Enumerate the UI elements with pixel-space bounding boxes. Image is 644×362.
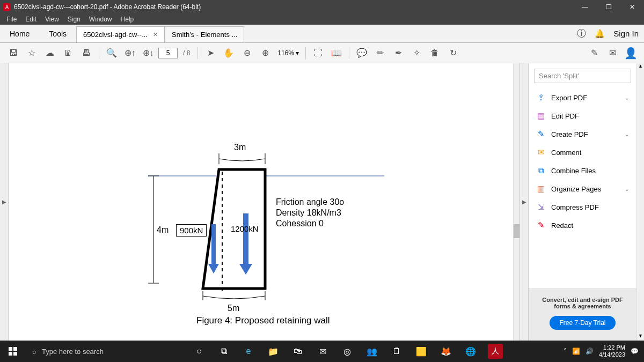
sign-icon[interactable]: ✒ <box>390 45 406 61</box>
menu-edit[interactable]: Edit <box>21 16 41 23</box>
read-mode-icon[interactable]: 📖 <box>328 45 345 61</box>
taskview-icon[interactable]: ⧉ <box>211 341 236 362</box>
tab-document-2-label: Smith's - Elements ... <box>172 31 237 39</box>
tool-comment[interactable]: ✉Comment <box>529 143 636 161</box>
tab-document-1[interactable]: 6502civsl-agd-cw--... ✕ <box>76 26 165 42</box>
files-icon[interactable]: 🗎 <box>60 45 76 61</box>
menu-view[interactable]: View <box>41 16 63 23</box>
cloud-up-icon[interactable]: ☁ <box>42 45 58 61</box>
notepadpp-icon[interactable]: 🗒 <box>384 341 409 362</box>
zoom-out-icon[interactable]: ⊖ <box>239 45 255 61</box>
right-panel-collapse[interactable]: ▶ <box>519 63 528 341</box>
prop-cohesion: Cohession 0 <box>276 219 324 228</box>
edge-icon[interactable]: e <box>236 341 261 362</box>
tool-organize-pages[interactable]: ▥Organize Pages⌄ <box>529 180 636 198</box>
print-icon[interactable]: 🖶 <box>78 45 94 61</box>
tool-label: Organize Pages <box>551 185 601 193</box>
tray-chevron-icon[interactable]: ˄ <box>564 348 567 355</box>
fit-width-icon[interactable]: ⛶ <box>310 45 326 61</box>
search-icon[interactable]: 🔍 <box>104 45 120 61</box>
tab-document-1-label: 6502civsl-agd-cw--... <box>83 31 148 39</box>
stamp-icon[interactable]: ✧ <box>408 45 425 61</box>
page-number-input[interactable] <box>158 48 178 58</box>
delete-icon[interactable]: 🗑 <box>427 45 443 61</box>
signature-icon[interactable]: ✎ <box>586 45 602 61</box>
tool-label: Redact <box>551 221 573 230</box>
taskbar-search[interactable]: ⌕ Type here to search <box>26 348 187 356</box>
chevron-down-icon: ⌄ <box>625 186 629 192</box>
tool-compress-pdf[interactable]: ⇲Compress PDF <box>529 198 636 216</box>
clock[interactable]: 1:22 PM 4/14/2023 <box>599 344 625 358</box>
page-up-icon[interactable]: ⊕↑ <box>122 45 138 61</box>
tool-icon: ▥ <box>536 184 546 194</box>
tool-label: Compress PDF <box>551 203 599 211</box>
obs-icon[interactable]: ◎ <box>335 341 360 362</box>
page-down-icon[interactable]: ⊕↓ <box>140 45 156 61</box>
zoom-in-icon[interactable]: ⊕ <box>257 45 273 61</box>
mail-icon[interactable]: ✉ <box>604 45 620 61</box>
tool-icon: ⧉ <box>536 166 546 175</box>
rotate-icon[interactable]: ↻ <box>445 45 461 61</box>
acrobat-icon: A <box>3 3 11 11</box>
firefox-icon[interactable]: 🦊 <box>434 341 458 362</box>
comment-icon[interactable]: 💬 <box>354 45 370 61</box>
wifi-icon[interactable]: 📶 <box>572 348 580 355</box>
maximize-button[interactable]: ❐ <box>597 0 620 14</box>
tool-icon: ⇪ <box>536 93 546 102</box>
svg-rect-16 <box>9 352 12 356</box>
dim-top: 3m <box>234 143 246 152</box>
mail-app-icon[interactable]: ✉ <box>310 341 335 362</box>
system-tray[interactable]: ˄ 📶 🔊 1:22 PM 4/14/2023 💬 <box>558 344 644 358</box>
close-button[interactable]: ✕ <box>620 0 644 14</box>
tab-close-icon[interactable]: ✕ <box>153 31 158 38</box>
prop-friction: Friction angle 30o <box>276 197 344 207</box>
tool-edit-pdf[interactable]: ▤Edit PDF <box>529 107 636 125</box>
share-icon[interactable]: 👤 <box>623 45 639 61</box>
volume-icon[interactable]: 🔊 <box>586 348 594 355</box>
tools-search-input[interactable]: Search 'Split' <box>534 69 631 83</box>
store-icon[interactable]: 🛍 <box>286 341 310 362</box>
cortana-icon[interactable]: ○ <box>187 341 211 362</box>
zoom-level[interactable]: 116% ▾ <box>277 49 299 57</box>
start-button[interactable] <box>0 347 26 356</box>
tool-icon: ✎ <box>536 220 546 230</box>
dim-left: 4m <box>157 225 169 235</box>
highlight-icon[interactable]: ✏ <box>372 45 388 61</box>
chrome-icon[interactable]: 🌐 <box>458 341 483 362</box>
right-panel-scrollbar[interactable]: ▲ ▼ <box>636 63 644 341</box>
tab-document-2[interactable]: Smith's - Elements ... <box>165 26 244 42</box>
pdf-scrollbar[interactable] <box>513 63 519 341</box>
svg-rect-14 <box>9 347 12 351</box>
menu-window[interactable]: Window <box>85 16 116 23</box>
star-icon[interactable]: ☆ <box>24 45 40 61</box>
toolbar: 🖫 ☆ ☁ 🗎 🖶 🔍 ⊕↑ ⊕↓ / 8 ➤ ✋ ⊖ ⊕ 116% ▾ ⛶ 📖… <box>0 43 644 63</box>
acrobat-task-icon[interactable]: 人 <box>488 344 503 359</box>
notifications-icon[interactable]: 💬 <box>631 348 639 355</box>
help-icon[interactable]: ⓘ <box>577 27 586 40</box>
pdf-viewport[interactable]: 3m 4m 900kN 1200kN Friction angle 30o De… <box>9 63 519 341</box>
hand-icon[interactable]: ✋ <box>221 45 237 61</box>
tool-export-pdf[interactable]: ⇪Export PDF⌄ <box>529 88 636 107</box>
app-icon[interactable]: 🟨 <box>409 341 434 362</box>
tool-icon: ✉ <box>536 147 546 157</box>
save-icon[interactable]: 🖫 <box>5 45 21 61</box>
free-trial-button[interactable]: Free 7-Day Trial <box>550 316 615 330</box>
titlebar: A 6502civsl-agd-cw---cohort-20.pdf - Ado… <box>0 0 644 14</box>
pdf-page: 3m 4m 900kN 1200kN Friction angle 30o De… <box>9 63 519 341</box>
pointer-icon[interactable]: ➤ <box>202 45 218 61</box>
menu-file[interactable]: File <box>2 16 21 23</box>
teams-icon[interactable]: 👥 <box>360 341 384 362</box>
sign-in-button[interactable]: Sign In <box>613 29 639 38</box>
menu-sign[interactable]: Sign <box>63 16 85 23</box>
tool-combine-files[interactable]: ⧉Combine Files <box>529 161 636 180</box>
tool-create-pdf[interactable]: ✎Create PDF⌄ <box>529 125 636 143</box>
window-title: 6502civsl-agd-cw---cohort-20.pdf - Adobe… <box>14 3 573 11</box>
tab-tools[interactable]: Tools <box>39 25 76 42</box>
explorer-icon[interactable]: 📁 <box>261 341 286 362</box>
tool-redact[interactable]: ✎Redact <box>529 216 636 234</box>
minimize-button[interactable]: — <box>573 0 597 14</box>
menu-help[interactable]: Help <box>116 16 138 23</box>
tab-home[interactable]: Home <box>0 25 39 42</box>
left-panel-expand[interactable]: ▶ <box>0 63 9 341</box>
bell-icon[interactable]: 🔔 <box>595 29 605 39</box>
